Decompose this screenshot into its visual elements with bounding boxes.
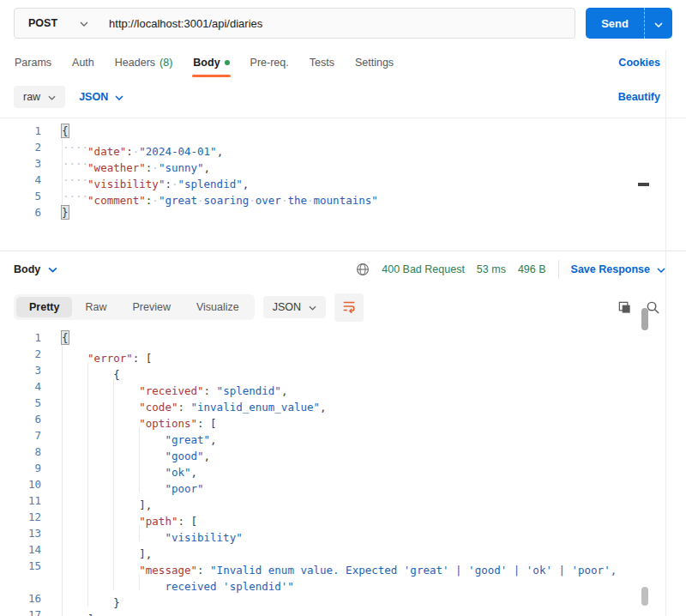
line-number: 1 bbox=[0, 123, 41, 139]
method-dropdown[interactable]: POST bbox=[15, 9, 99, 38]
tab-pretty[interactable]: Pretty bbox=[16, 297, 72, 317]
response-actions bbox=[617, 300, 660, 315]
indent-guide bbox=[113, 460, 139, 476]
indent-guide bbox=[139, 444, 165, 460]
code-line: 4····"visibility":·"splendid", bbox=[0, 172, 686, 188]
code-line: 5 "code": "invalid_enum_value", bbox=[0, 395, 686, 411]
url-row: POST Send bbox=[14, 7, 672, 39]
send-button-group: Send bbox=[586, 8, 672, 39]
line-number: 6 bbox=[0, 411, 41, 427]
request-tabs: Params Auth Headers (8) Body Pre-req. Te… bbox=[14, 51, 672, 74]
code-line: 4 "received": "splendid", bbox=[0, 378, 686, 395]
code-line: 11 ], bbox=[0, 492, 686, 509]
tab-headers[interactable]: Headers (8) bbox=[114, 53, 174, 72]
response-meta-row: Body 400 Bad Request 53 ms 496 B Save Re… bbox=[0, 251, 686, 287]
postman-request-panel: POST Send Params Auth He bbox=[0, 0, 686, 616]
indent-guide bbox=[87, 427, 113, 444]
headers-count-badge: (8) bbox=[159, 57, 172, 69]
response-view-segmented-control: Pretty Raw Preview Visualize bbox=[14, 294, 255, 320]
line-number: 3 bbox=[0, 362, 41, 378]
content-type-dropdown[interactable]: JSON bbox=[79, 91, 123, 103]
indent-guide bbox=[62, 378, 87, 395]
indent-guide bbox=[87, 444, 113, 460]
send-button[interactable]: Send bbox=[586, 8, 644, 39]
tab-raw[interactable]: Raw bbox=[72, 297, 119, 317]
line-number: 4 bbox=[0, 172, 41, 188]
indent-guide bbox=[113, 411, 139, 427]
indent-guide bbox=[113, 395, 139, 411]
url-box: POST bbox=[14, 8, 575, 39]
tab-preview[interactable]: Preview bbox=[119, 297, 183, 317]
chevron-down-icon bbox=[80, 17, 88, 29]
indent-guide bbox=[62, 427, 87, 444]
indent-guide bbox=[139, 525, 165, 541]
indent-guide bbox=[62, 525, 87, 541]
line-number: 4 bbox=[0, 378, 41, 395]
indent-guide bbox=[87, 476, 113, 492]
indent-guide bbox=[139, 427, 165, 444]
line-number: 5 bbox=[0, 395, 41, 411]
code-line: 10 "poor" bbox=[0, 476, 686, 492]
response-time[interactable]: 53 ms bbox=[477, 263, 506, 275]
line-number: 3 bbox=[0, 155, 41, 172]
code-line: 5····"comment":·"great·soaring·over·the·… bbox=[0, 188, 686, 204]
body-sub-toolbar: raw JSON Beautify bbox=[14, 84, 672, 110]
code-line: 2····"date":·"2024-04-01", bbox=[0, 139, 686, 155]
response-body-editor[interactable]: 1{2 "error": [3 {4 "received": "splendid… bbox=[0, 326, 686, 616]
response-toolbar: Pretty Raw Preview Visualize JSON bbox=[14, 293, 672, 321]
indent-guide bbox=[87, 541, 113, 558]
line-number: 11 bbox=[0, 492, 41, 509]
indent-guide bbox=[62, 574, 87, 590]
scrollbar-thumb[interactable] bbox=[641, 587, 648, 606]
indent-guide bbox=[87, 460, 113, 476]
tab-pre-request[interactable]: Pre-req. bbox=[250, 53, 290, 72]
indent-guide bbox=[113, 378, 139, 395]
tab-body[interactable]: Body bbox=[192, 53, 230, 72]
indent-guide bbox=[87, 395, 113, 411]
request-body-editor[interactable]: 1{2····"date":·"2024-04-01",3····"weathe… bbox=[0, 118, 686, 237]
chevron-down-icon bbox=[48, 91, 56, 103]
indent-guide bbox=[113, 476, 139, 492]
beautify-button[interactable]: Beautify bbox=[618, 91, 660, 103]
indent-guide bbox=[139, 574, 165, 590]
wrap-lines-button[interactable] bbox=[334, 293, 364, 322]
line-number: 7 bbox=[0, 427, 41, 444]
divider bbox=[558, 260, 559, 279]
line-number: 14 bbox=[0, 541, 41, 558]
indent-guide bbox=[62, 346, 87, 362]
tab-tests[interactable]: Tests bbox=[309, 53, 335, 72]
tab-visualize[interactable]: Visualize bbox=[184, 297, 252, 317]
indent-guide bbox=[62, 460, 87, 476]
response-body-dropdown[interactable]: Body bbox=[14, 263, 57, 275]
copy-icon[interactable] bbox=[617, 300, 632, 315]
chevron-down-icon bbox=[115, 91, 123, 103]
indent-guide: ···· bbox=[62, 155, 87, 172]
tab-settings[interactable]: Settings bbox=[354, 53, 394, 72]
scrollbar-thumb[interactable] bbox=[641, 308, 648, 330]
line-number: 2 bbox=[0, 139, 41, 155]
code-line: 1{ bbox=[0, 123, 686, 139]
tab-auth[interactable]: Auth bbox=[71, 53, 95, 72]
line-number: 12 bbox=[0, 509, 41, 525]
indent-guide bbox=[62, 362, 87, 378]
save-response-button[interactable]: Save Response bbox=[571, 263, 665, 275]
code-line: 13 "visibility" bbox=[0, 525, 686, 541]
line-number: 6 bbox=[0, 204, 41, 220]
cookies-link[interactable]: Cookies bbox=[618, 57, 660, 69]
response-size[interactable]: 496 B bbox=[518, 263, 546, 275]
indent-guide: ···· bbox=[62, 188, 87, 204]
response-format-dropdown[interactable]: JSON bbox=[263, 296, 326, 318]
status-badge[interactable]: 400 Bad Request bbox=[382, 263, 465, 275]
indent-guide bbox=[113, 574, 139, 590]
indent-guide: ···· bbox=[62, 172, 87, 188]
tab-params[interactable]: Params bbox=[14, 53, 52, 72]
url-input[interactable] bbox=[99, 17, 575, 30]
network-globe-icon[interactable] bbox=[356, 263, 370, 276]
send-options-button[interactable] bbox=[644, 8, 672, 39]
indent-guide bbox=[62, 509, 87, 525]
panel-divider bbox=[665, 50, 666, 616]
chevron-down-icon bbox=[654, 15, 663, 31]
raw-dropdown[interactable]: raw bbox=[14, 86, 65, 108]
code-line: 1{ bbox=[0, 329, 686, 346]
overview-ruler-mark bbox=[638, 183, 649, 186]
